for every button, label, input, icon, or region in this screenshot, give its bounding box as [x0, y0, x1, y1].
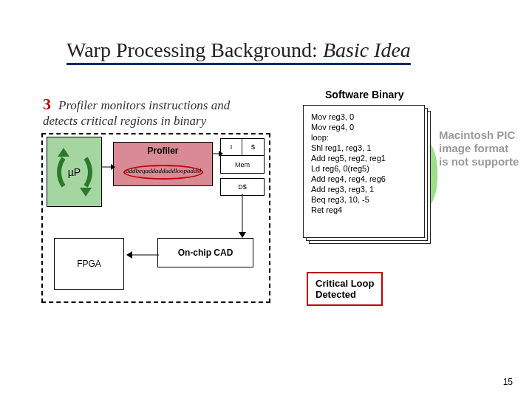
svg-marker-9 — [239, 232, 246, 238]
arrow-up-to-profiler — [102, 164, 115, 170]
assembly-code: Mov reg3, 0 Mov reg4, 0 loop: Shl reg1, … — [304, 106, 424, 221]
chip-diagram: µP Profiler addbeqaddaddaddloopaddshl I … — [41, 133, 270, 303]
svg-marker-0 — [58, 148, 69, 157]
svg-marker-3 — [111, 164, 115, 170]
software-binary-heading: Software Binary — [325, 89, 404, 100]
arrow-profiler-to-icache — [213, 151, 223, 157]
profiler-block: Profiler addbeqaddaddaddloopaddshl — [113, 142, 213, 186]
profiler-label: Profiler — [114, 146, 212, 156]
icache-right: $ — [242, 139, 264, 155]
step-number: 3 — [43, 95, 51, 113]
cad-block: On-chip CAD — [157, 238, 253, 267]
svg-marker-1 — [80, 188, 92, 197]
slide-title: Warp Processing Background: Basic Idea — [66, 38, 411, 62]
cad-label: On-chip CAD — [178, 248, 233, 258]
page-number: 15 — [503, 377, 513, 387]
profiler-instructions: addbeqaddaddaddloopaddshl — [126, 163, 201, 178]
cache-block: I $ Mem D$ — [220, 138, 265, 196]
arrow-cad-to-fpga — [126, 251, 159, 259]
title-suffix: Basic Idea — [323, 38, 411, 61]
title-prefix: Warp Processing Background: — [66, 38, 323, 61]
fpga-block: FPGA — [54, 238, 124, 290]
step-text: Profiler monitors instructions and detec… — [43, 98, 230, 128]
arrow-dcache-to-cad — [239, 194, 246, 238]
microprocessor-label: µP — [68, 166, 81, 178]
mem-row: Mem — [220, 156, 265, 174]
svg-marker-7 — [126, 251, 132, 259]
svg-marker-5 — [219, 151, 223, 157]
microprocessor-block: µP — [47, 137, 102, 207]
icache-row: I $ — [220, 138, 265, 156]
icache-left: I — [221, 139, 242, 155]
step-callout: 3 Profiler monitors instructions and det… — [43, 95, 265, 129]
unsupported-image-text: Macintosh PIC image format is not suppor… — [439, 129, 519, 168]
paper-front: Mov reg3, 0 Mov reg4, 0 loop: Shl reg1, … — [303, 105, 425, 238]
critical-loop-detected-box: Critical Loop Detected — [307, 272, 383, 306]
fpga-label: FPGA — [77, 259, 101, 269]
